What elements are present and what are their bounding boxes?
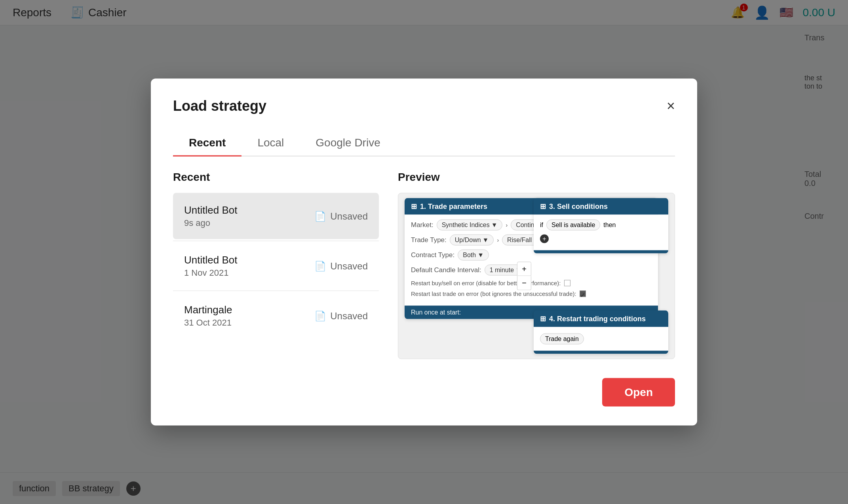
sell-block-bottom <box>534 250 668 254</box>
restart-buysell-label: Restart buy/sell on error (disable for b… <box>411 280 561 286</box>
doc-icon-2: 📄 <box>314 260 326 271</box>
tab-local[interactable]: Local <box>241 130 300 157</box>
zoom-controls: + − <box>517 262 531 290</box>
recent-panel-title: Recent <box>173 171 379 184</box>
then-label: then <box>603 222 616 229</box>
tab-recent[interactable]: Recent <box>173 130 241 157</box>
zoom-in-button[interactable]: + <box>517 262 531 276</box>
modal-content: Recent Untitled Bot 9s ago 📄 Unsaved <box>173 171 675 359</box>
both-dropdown[interactable]: Both ▼ <box>458 250 489 261</box>
trade-type-label: Trade Type: <box>411 236 447 244</box>
candle-interval-row: Default Candle Interval: 1 minute ▼ <box>411 265 652 276</box>
bot-status-label-3: Unsaved <box>330 310 368 321</box>
preview-canvas: ⊞ 1. Trade parameters Market: Synthetic … <box>398 193 675 359</box>
trade-again-dropdown[interactable]: Trade again <box>540 333 584 345</box>
updown-dropdown[interactable]: Up/Down ▼ <box>450 235 494 246</box>
tab-google-drive[interactable]: Google Drive <box>300 130 396 157</box>
bot-status-2: 📄 Unsaved <box>314 260 368 271</box>
synthetic-indices-dropdown[interactable]: Synthetic Indices ▼ <box>437 220 503 231</box>
sell-add-row: + <box>540 235 662 243</box>
open-button[interactable]: Open <box>602 378 675 407</box>
bot-status-3: 📄 Unsaved <box>314 310 368 321</box>
modal-tabs: Recent Local Google Drive <box>173 130 675 157</box>
doc-icon-1: 📄 <box>314 210 326 222</box>
sell-icon: ⊞ <box>540 202 546 211</box>
preview-title: Preview <box>398 171 675 184</box>
bot-name-1: Untitled Bot <box>184 204 237 216</box>
bot-item-3[interactable]: Martingale 31 Oct 2021 📄 Unsaved <box>173 293 379 339</box>
left-panel: Recent Untitled Bot 9s ago 📄 Unsaved <box>173 171 379 359</box>
restart-buysell-row: Restart buy/sell on error (disable for b… <box>411 280 652 286</box>
sell-conditions-body: if Sell is available then + <box>534 215 668 250</box>
divider-2 <box>173 291 379 291</box>
if-label: if <box>540 222 543 229</box>
bot-date-1: 9s ago <box>184 218 237 228</box>
close-button[interactable]: × <box>667 99 675 113</box>
restart-trading-body: Trade again <box>534 327 668 351</box>
bot-info-2: Untitled Bot 1 Nov 2021 <box>184 254 237 278</box>
sell-conditions-block: ⊞ 3. Sell conditions if Sell is availabl… <box>534 198 668 254</box>
contract-type-label: Contract Type: <box>411 251 454 259</box>
dropdown-arrow-updown: ▼ <box>483 237 489 244</box>
grid-icon: ⊞ <box>411 202 417 211</box>
restart-lasttrade-row: Restart last trade on error (bot ignores… <box>411 290 652 297</box>
restart-block-bottom <box>534 351 668 354</box>
bot-date-2: 1 Nov 2021 <box>184 268 237 278</box>
bot-status-label-1: Unsaved <box>330 210 368 222</box>
bot-item-1[interactable]: Untitled Bot 9s ago 📄 Unsaved <box>173 193 379 239</box>
bot-item-2[interactable]: Untitled Bot 1 Nov 2021 📄 Unsaved <box>173 243 379 289</box>
divider-1 <box>173 241 379 241</box>
sell-available-dropdown[interactable]: Sell is available <box>546 220 600 231</box>
bot-status-label-2: Unsaved <box>330 260 368 271</box>
bot-list: Untitled Bot 9s ago 📄 Unsaved Untitled B… <box>173 193 379 339</box>
bot-info-3: Martingale 31 Oct 2021 <box>184 304 232 328</box>
sell-add-button[interactable]: + <box>540 235 549 243</box>
sell-row: if Sell is available then <box>540 220 662 231</box>
bot-info-1: Untitled Bot 9s ago <box>184 204 237 228</box>
restart-buysell-checkbox[interactable] <box>564 280 570 286</box>
doc-icon-3: 📄 <box>314 310 326 321</box>
gt-icon-3: › <box>497 237 499 243</box>
gt-icon-1: › <box>506 222 508 228</box>
restart-trading-header: ⊞ 4. Restart trading conditions <box>534 311 668 327</box>
restart-icon: ⊞ <box>540 315 546 323</box>
bot-name-2: Untitled Bot <box>184 254 237 266</box>
dropdown-arrow-synthetic: ▼ <box>491 222 498 229</box>
restart-lasttrade-checkbox[interactable]: ✓ <box>580 290 586 297</box>
restart-trading-block: ⊞ 4. Restart trading conditions Trade ag… <box>534 311 668 354</box>
modal-title: Load strategy <box>173 98 266 114</box>
sell-conditions-header: ⊞ 3. Sell conditions <box>534 198 668 215</box>
dropdown-arrow-both: ▼ <box>477 252 484 259</box>
zoom-out-button[interactable]: − <box>517 276 531 290</box>
candle-label: Default Candle Interval: <box>411 266 481 274</box>
restart-lasttrade-label: Restart last trade on error (bot ignores… <box>411 290 576 297</box>
modal-header: Load strategy × <box>173 98 675 114</box>
market-label: Market: <box>411 221 434 229</box>
load-strategy-modal: Load strategy × Recent Local Google Driv… <box>151 79 697 426</box>
right-panel: Preview ⊞ 1. Trade parameters Market: Sy… <box>398 171 675 359</box>
modal-footer: Open <box>173 378 675 407</box>
bot-name-3: Martingale <box>184 304 232 316</box>
bot-status-1: 📄 Unsaved <box>314 210 368 222</box>
bot-date-3: 31 Oct 2021 <box>184 318 232 328</box>
